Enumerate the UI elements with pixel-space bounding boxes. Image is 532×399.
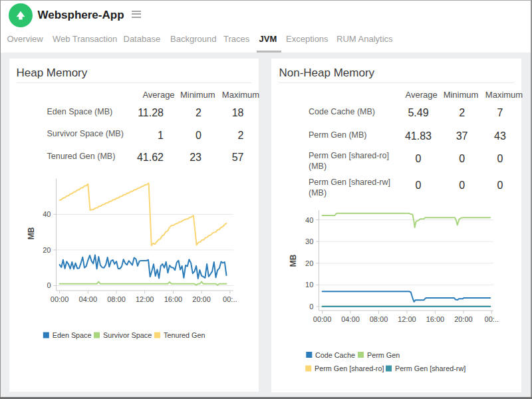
svg-text:08:00: 08:00	[370, 315, 388, 323]
svg-text:04:00: 04:00	[79, 295, 98, 303]
svg-text:0: 0	[309, 303, 313, 311]
svg-text:12:00: 12:00	[398, 315, 416, 323]
svg-text:40: 40	[305, 216, 313, 224]
svg-text:20:00: 20:00	[454, 315, 473, 323]
svg-text:16:00: 16:00	[426, 315, 445, 323]
svg-text:00:..: 00:..	[223, 295, 237, 303]
svg-text:Perm Gen [shared-rw]: Perm Gen [shared-rw]	[395, 364, 466, 372]
svg-text:Perm Gen [shared-ro]: Perm Gen [shared-ro]	[315, 364, 384, 372]
svg-text:Tenured Gen: Tenured Gen	[164, 331, 205, 339]
svg-text:20: 20	[43, 246, 51, 254]
svg-text:Eden Space: Eden Space	[53, 331, 92, 339]
svg-text:08:00: 08:00	[107, 295, 126, 303]
svg-text:MB: MB	[27, 227, 36, 239]
svg-text:20:00: 20:00	[192, 295, 211, 303]
svg-text:00:00: 00:00	[51, 295, 69, 303]
svg-text:30: 30	[305, 237, 313, 245]
svg-text:16:00: 16:00	[164, 295, 183, 303]
svg-text:12:00: 12:00	[136, 295, 154, 303]
svg-text:Perm Gen: Perm Gen	[367, 351, 400, 359]
svg-text:04:00: 04:00	[341, 315, 360, 323]
svg-text:20: 20	[305, 259, 313, 267]
svg-text:10: 10	[305, 281, 313, 289]
svg-text:00:00: 00:00	[313, 315, 332, 323]
svg-text:Code Cache: Code Cache	[315, 351, 355, 359]
svg-text:MB: MB	[289, 254, 298, 267]
svg-text:0: 0	[47, 281, 51, 289]
svg-text:Survivor Space: Survivor Space	[103, 331, 152, 339]
svg-text:40: 40	[43, 210, 51, 218]
svg-text:00:..: 00:..	[485, 315, 499, 323]
